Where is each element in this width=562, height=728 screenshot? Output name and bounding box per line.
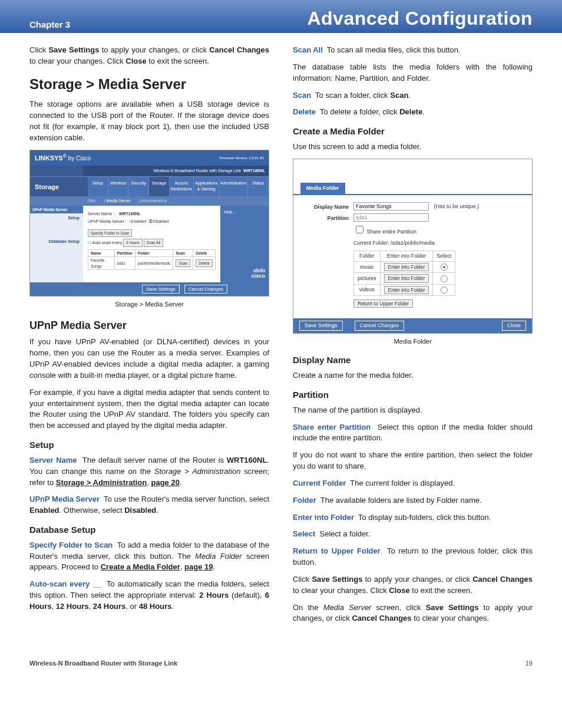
footer-page: 19 bbox=[525, 660, 533, 667]
ss1-main: Server Name : WRT160NL UPnP Media Server… bbox=[83, 206, 220, 282]
scan-field: Scan To scan a folder, click Scan. bbox=[293, 90, 533, 101]
display-name-p: Create a name for the media folder. bbox=[293, 370, 533, 381]
screenshot-media-server: LINKSYS® by Cisco Firmware Version: 1.0.… bbox=[29, 150, 269, 297]
partition-p: The name of the partition is displayed. bbox=[293, 405, 533, 416]
ss1-sidebar: UPnP Media Server Setup Database Setup bbox=[30, 206, 83, 282]
specify-folder-button[interactable]: Specify Folder to Scan bbox=[88, 229, 132, 237]
upnp-p1: If you have UPnP AV-enabled (or DLNA-cer… bbox=[29, 337, 269, 381]
ss1-cancel-button[interactable]: Cancel Changes bbox=[184, 285, 227, 294]
share-partition-checkbox[interactable] bbox=[356, 226, 363, 233]
caption-2: Media Folder bbox=[293, 337, 533, 347]
storage-desc: The storage options are available when a… bbox=[29, 99, 269, 143]
return-folder-field: Return to Upper Folder To return to the … bbox=[293, 546, 533, 568]
select-radio[interactable] bbox=[441, 286, 448, 294]
return-upper-button[interactable]: Return to Upper Folder bbox=[353, 299, 413, 308]
db-setup-heading: Database Setup bbox=[29, 523, 269, 536]
ss2-tab: Media Folder bbox=[300, 183, 345, 194]
enter-folder-button[interactable]: Enter into Folder bbox=[384, 274, 429, 282]
chapter-label: Chapter 3 bbox=[29, 19, 70, 29]
save-p2: On the Media Server screen, click Save S… bbox=[293, 602, 533, 625]
share-partition-field: Share enter Partition Select this option… bbox=[293, 422, 533, 444]
upnp-p2: For example, if you have a digital media… bbox=[29, 387, 269, 431]
ss1-helpbar: Help... ıılıılııcisco bbox=[220, 206, 269, 282]
enter-folder-button[interactable]: Enter into Folder bbox=[384, 263, 429, 271]
intro-paragraph: Click Save Settings to apply your change… bbox=[29, 45, 269, 67]
select-field: Select Select a folder. bbox=[293, 529, 533, 540]
ss2-cancel-button[interactable]: Cancel Changes bbox=[355, 321, 405, 331]
screenshot-media-folder: Media Folder Display Name (Has to be uni… bbox=[293, 159, 533, 334]
specify-folder-field: Specify Folder to Scan To add a media fo… bbox=[29, 540, 269, 574]
scan-all-button[interactable]: Scan All bbox=[144, 239, 164, 246]
ss1-tabs[interactable]: SetupWireless SecurityStorage Access Res… bbox=[88, 177, 269, 196]
help-link[interactable]: Help... bbox=[224, 210, 236, 214]
page-title: Advanced Configuration bbox=[307, 8, 533, 29]
select-radio[interactable] bbox=[441, 263, 448, 271]
save-p1: Click Save Settings to apply your change… bbox=[293, 574, 533, 597]
upnp-heading: UPnP Media Server bbox=[29, 318, 269, 333]
ss1-table: NamePartitionFolderScanDelete Favorite S… bbox=[88, 249, 216, 270]
display-name-input[interactable] bbox=[353, 202, 429, 210]
ss1-brandbar: LINKSYS® by Cisco Firmware Version: 1.0.… bbox=[30, 150, 269, 166]
right-column: Scan All To scan all media files, click … bbox=[293, 45, 533, 630]
ifnot-p: If you do not want to share the entire p… bbox=[293, 450, 533, 472]
left-column: Click Save Settings to apply your change… bbox=[29, 45, 269, 630]
enter-folder-field: Enter into Folder To display sub-folders… bbox=[293, 512, 533, 523]
ss1-save-button[interactable]: Save Settings bbox=[142, 285, 179, 294]
delete-field: Delete To delete a folder, click Delete. bbox=[293, 107, 533, 118]
footer-product: Wireless-N Broadband Router with Storage… bbox=[29, 660, 177, 667]
page-header: Chapter 3 Advanced Configuration bbox=[0, 0, 562, 33]
partition-heading: Partition bbox=[293, 388, 533, 401]
page-footer: Wireless-N Broadband Router with Storage… bbox=[0, 654, 562, 684]
autoscan-field: Auto-scan every __ To automatically scan… bbox=[29, 579, 269, 612]
ss1-subtabs[interactable]: Disk | Media Server | Administration bbox=[30, 196, 269, 206]
folder-field: Folder The available folders are listed … bbox=[293, 495, 533, 506]
folder-table: FolderEnter into FolderSelect musicEnter… bbox=[353, 251, 455, 296]
display-name-heading: Display Name bbox=[293, 354, 533, 367]
select-radio[interactable] bbox=[441, 275, 448, 282]
dbtable-p: The database table lists the media folde… bbox=[293, 62, 533, 84]
section-heading: Storage > Media Server bbox=[29, 74, 269, 95]
partition-input[interactable] bbox=[353, 213, 429, 222]
caption-1: Storage > Media Server bbox=[29, 300, 269, 309]
ss1-section: Storage bbox=[30, 177, 88, 196]
current-folder-field: Current Folder The current folder is dis… bbox=[293, 478, 533, 489]
upnp-field: UPnP Media Server To use the Router's me… bbox=[29, 494, 269, 516]
ss2-save-button[interactable]: Save Settings bbox=[299, 321, 343, 331]
setup-heading: Setup bbox=[29, 439, 269, 452]
scanall-field: Scan All To scan all media files, click … bbox=[293, 45, 533, 56]
ss2-close-button[interactable]: Close bbox=[502, 321, 526, 331]
page-body: Click Save Settings to apply your change… bbox=[0, 33, 562, 654]
create-folder-heading: Create a Media Folder bbox=[293, 125, 533, 138]
server-name-field: Server Name The default server name of t… bbox=[29, 455, 269, 489]
current-folder-label: Current Folder: /sda1/public/media bbox=[353, 239, 524, 247]
enter-folder-button[interactable]: Enter into Folder bbox=[384, 286, 429, 294]
create-folder-p: Use this screen to add a media folder. bbox=[293, 141, 533, 153]
